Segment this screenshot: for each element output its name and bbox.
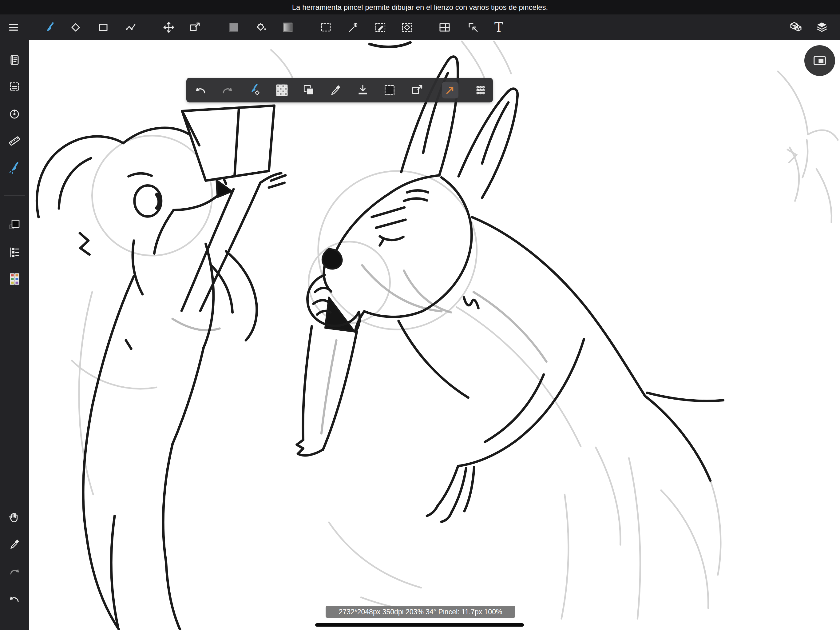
float-undo-icon[interactable]: [193, 83, 208, 98]
canvas[interactable]: [29, 40, 840, 630]
sidebar-divider: [4, 195, 25, 196]
redo-icon[interactable]: [7, 564, 22, 579]
float-eyedropper-icon[interactable]: [328, 83, 343, 98]
fill-bucket-icon[interactable]: [253, 20, 269, 35]
text-tool-glyph: T: [494, 21, 503, 34]
paint-tools-icon[interactable]: [7, 160, 22, 175]
status-text: 2732*2048px 350dpi 203% 34° Pincel: 11.7…: [339, 608, 502, 616]
transparent-background-icon[interactable]: [275, 83, 289, 98]
divide-canvas-icon[interactable]: [437, 20, 452, 35]
ruler-icon[interactable]: [7, 133, 22, 149]
menu-icon[interactable]: [6, 20, 21, 35]
publish-icon[interactable]: [442, 82, 458, 98]
selection-area-icon[interactable]: [382, 83, 397, 98]
floating-toolbar: [186, 78, 493, 103]
magic-wand-icon[interactable]: [346, 20, 361, 35]
pages-icon[interactable]: [7, 52, 22, 68]
snap-cursor-icon[interactable]: [466, 20, 481, 35]
brush-tool-icon[interactable]: [41, 20, 57, 35]
notification-bar: La herramienta pincel permite dibujar en…: [0, 0, 840, 14]
eraser-tool-icon[interactable]: [68, 20, 83, 35]
color-palette-icon[interactable]: [7, 271, 22, 287]
save-image-icon[interactable]: [355, 83, 370, 98]
layers-icon[interactable]: [814, 20, 829, 35]
color-swatch-icon[interactable]: [7, 217, 22, 232]
navigator-button[interactable]: [804, 45, 835, 76]
select-pen-icon[interactable]: [373, 20, 388, 35]
export-transform-icon[interactable]: [410, 83, 425, 98]
eyedropper-icon[interactable]: [7, 537, 22, 552]
status-bar: 2732*2048px 350dpi 203% 34° Pincel: 11.7…: [325, 606, 515, 618]
left-sidebar: [0, 40, 29, 630]
drag-handle-icon[interactable]: [473, 83, 488, 98]
top-sketch-fragment: [369, 43, 410, 47]
notification-text: La herramienta pincel permite dibujar en…: [292, 3, 548, 12]
select-area-icon[interactable]: [7, 79, 22, 95]
canvas-artwork: [29, 40, 840, 630]
text-tool-icon[interactable]: T: [491, 20, 507, 35]
select-rectangle-icon[interactable]: [318, 20, 333, 35]
left-character-sketch: [37, 106, 286, 629]
transform-tool-icon[interactable]: [187, 20, 203, 35]
top-toolbar: T: [0, 14, 840, 40]
layer-panel-icon[interactable]: [7, 244, 22, 260]
navigator-preview-icon: [811, 52, 828, 69]
move-tool-icon[interactable]: [161, 20, 177, 35]
float-redo-icon[interactable]: [220, 83, 235, 98]
home-indicator[interactable]: [315, 623, 524, 627]
right-character-sketch: [297, 57, 723, 522]
primary-color-swatch[interactable]: [226, 20, 242, 35]
gradient-tool-icon[interactable]: [280, 20, 295, 35]
select-eraser-icon[interactable]: [399, 20, 415, 35]
materials-icon[interactable]: [789, 20, 804, 35]
shape-tool-icon[interactable]: [96, 20, 111, 35]
hand-tool-icon[interactable]: [7, 510, 22, 525]
polyline-tool-icon[interactable]: [123, 20, 138, 35]
duplicate-layer-icon[interactable]: [301, 83, 316, 98]
rotate-dial-icon[interactable]: [7, 106, 22, 122]
brush-select-icon[interactable]: [247, 83, 262, 98]
undo-icon[interactable]: [7, 591, 22, 606]
